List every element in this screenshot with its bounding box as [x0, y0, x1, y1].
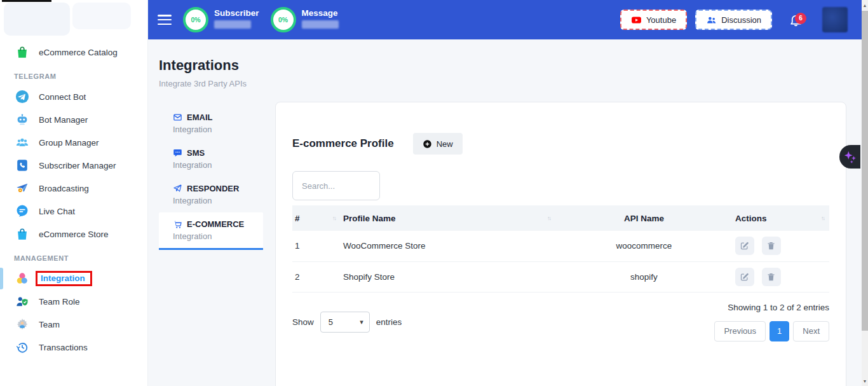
actions-cell: [733, 261, 829, 292]
person-shield-icon: [15, 294, 29, 308]
contact-phone-icon: [15, 158, 29, 172]
sidebar-item-label: eCommerce Store: [39, 230, 109, 239]
page-size-value: 5: [329, 317, 333, 327]
subnav-item-ecommerce[interactable]: E-COMMERCE Integration: [159, 212, 263, 250]
ai-assistant-button[interactable]: [839, 145, 860, 169]
edit-button[interactable]: [735, 237, 754, 255]
youtube-button-label: Youtube: [646, 15, 676, 25]
profile-name-cell: WooCommerce Store: [341, 231, 555, 261]
main-content: Integrations Integrate 3rd Party APIs EM…: [148, 39, 862, 386]
sidebar-item-transactions[interactable]: Transactions: [0, 336, 147, 359]
vertical-scrollbar[interactable]: ▲ ▼: [862, 0, 868, 386]
logo-blurred-secondary: [72, 3, 131, 29]
subscriber-stat-label: Subscriber: [214, 8, 259, 18]
youtube-icon: [631, 15, 642, 25]
sidebar-item-subscriber-manager[interactable]: Subscriber Manager: [0, 154, 147, 177]
page-title: Integrations: [159, 57, 239, 74]
sidebar-item-label: Team: [39, 320, 60, 329]
edit-icon: [740, 241, 749, 251]
discussion-button-label: Discussion: [721, 15, 761, 25]
sidebar-section-management: MANAGEMENT: [0, 245, 147, 267]
subnav-subtitle: Integration: [173, 231, 263, 241]
scroll-up-arrow-icon[interactable]: ▲: [862, 0, 868, 10]
search-input[interactable]: [292, 171, 380, 200]
youtube-button[interactable]: Youtube: [620, 10, 687, 30]
shopping-bag-green-icon: [15, 45, 29, 59]
new-profile-button[interactable]: New: [413, 133, 463, 155]
api-name-cell: woocommerce: [555, 231, 733, 261]
sidebar: eCommerce Catalog TELEGRAM Connect Bot B…: [0, 0, 148, 386]
column-header-api-name[interactable]: API Name: [555, 205, 733, 231]
table-row: 1 WooCommerce Store woocommerce: [292, 231, 829, 261]
sidebar-item-label: Subscriber Manager: [39, 161, 116, 170]
sidebar-item-team-role[interactable]: Team Role: [0, 290, 147, 313]
scrollbar-thumb[interactable]: [862, 11, 868, 331]
subnav-subtitle: Integration: [173, 160, 263, 170]
subnav-item-sms[interactable]: SMS Integration: [159, 141, 263, 177]
sidebar-item-connect-bot[interactable]: Connect Bot: [0, 85, 147, 108]
column-header-profile-name[interactable]: Profile Name↑↓: [341, 205, 555, 231]
cart-icon: [173, 219, 182, 229]
trash-icon: [766, 241, 776, 251]
trash-icon: [766, 272, 776, 282]
row-index: 1: [292, 231, 341, 261]
sidebar-item-label: Connect Bot: [39, 92, 86, 102]
broadcast-plane-icon: [15, 181, 29, 195]
sidebar-section-telegram: TELEGRAM: [0, 64, 147, 85]
telegram-plane-icon: [15, 90, 29, 104]
pagination: Previous 1 Next: [714, 321, 829, 341]
subnav-subtitle: Integration: [173, 196, 263, 205]
profile-name-cell: Shopify Store: [341, 261, 555, 292]
user-avatar[interactable]: [822, 7, 848, 32]
sidebar-item-label: Live Chat: [39, 207, 75, 216]
sidebar-item-integration[interactable]: Integration: [0, 267, 147, 290]
scroll-down-arrow-icon[interactable]: ▼: [862, 376, 868, 386]
sidebar-item-ecommerce-store[interactable]: eCommerce Store: [0, 223, 147, 245]
sidebar-item-label: Team Role: [39, 297, 80, 307]
discussion-button[interactable]: Discussion: [695, 10, 772, 30]
row-index: 2: [292, 261, 341, 292]
menu-toggle-icon[interactable]: [158, 15, 172, 25]
top-header: 0% Subscriber 0% Message Youtube: [148, 0, 862, 39]
sidebar-item-label: eCommerce Catalog: [39, 48, 118, 57]
sidebar-item-ecommerce-catalog[interactable]: eCommerce Catalog: [0, 41, 147, 64]
sort-icon: ↑↓: [547, 215, 553, 221]
column-header-actions[interactable]: Actions↑↓: [733, 205, 829, 231]
integration-subnav: EMAIL Integration SMS Integration: [159, 106, 263, 250]
delete-button[interactable]: [762, 268, 781, 286]
subnav-subtitle: Integration: [173, 125, 263, 134]
subscriber-stat: 0% Subscriber: [183, 7, 259, 32]
notifications-button[interactable]: 6: [789, 13, 803, 27]
page-1-button[interactable]: 1: [770, 321, 789, 341]
plus-circle-icon: [423, 139, 432, 149]
subnav-item-responder[interactable]: RESPONDER Integration: [159, 177, 263, 212]
next-page-button[interactable]: Next: [793, 321, 829, 341]
delete-button[interactable]: [762, 237, 781, 255]
sidebar-item-live-chat[interactable]: Live Chat: [0, 200, 147, 223]
subnav-title: SMS: [187, 148, 205, 158]
showing-entries-text: Showing 1 to 2 of 2 entries: [714, 303, 829, 312]
page-subtitle: Integrate 3rd Party APIs: [159, 79, 247, 88]
edit-button[interactable]: [735, 268, 754, 286]
sms-icon: [173, 148, 182, 158]
sidebar-item-label: Bot Manager: [39, 115, 88, 125]
subnav-title: EMAIL: [187, 113, 212, 122]
message-progress-ring: 0%: [271, 7, 296, 32]
sidebar-item-group-manager[interactable]: Group Manager: [0, 131, 147, 154]
sidebar-item-label: Group Manager: [39, 138, 99, 148]
subscriber-value-blurred: [214, 20, 251, 29]
column-header-index[interactable]: #↑↓: [292, 205, 341, 231]
message-stat-label: Message: [302, 8, 339, 18]
panel-title: E-commerce Profile: [292, 137, 394, 150]
notification-count-badge: 6: [795, 13, 806, 24]
page-size-select[interactable]: 5 ▾: [320, 312, 370, 333]
sidebar-item-broadcasting[interactable]: Broadcasting: [0, 177, 147, 200]
subnav-item-email[interactable]: EMAIL Integration: [159, 106, 263, 141]
profiles-table: #↑↓ Profile Name↑↓ API Name Actions↑↓: [292, 205, 829, 293]
previous-page-button[interactable]: Previous: [714, 321, 766, 341]
sidebar-item-bot-manager[interactable]: Bot Manager: [0, 108, 147, 131]
show-label: Show: [292, 317, 314, 327]
history-clock-icon: [15, 340, 29, 354]
sidebar-item-team[interactable]: Team: [0, 313, 147, 336]
subnav-title: RESPONDER: [187, 184, 239, 193]
